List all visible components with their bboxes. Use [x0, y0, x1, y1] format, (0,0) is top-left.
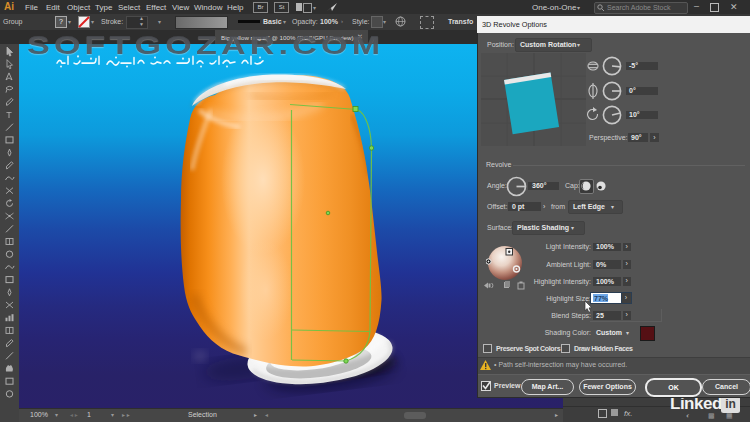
- svg-text:T: T: [6, 110, 12, 120]
